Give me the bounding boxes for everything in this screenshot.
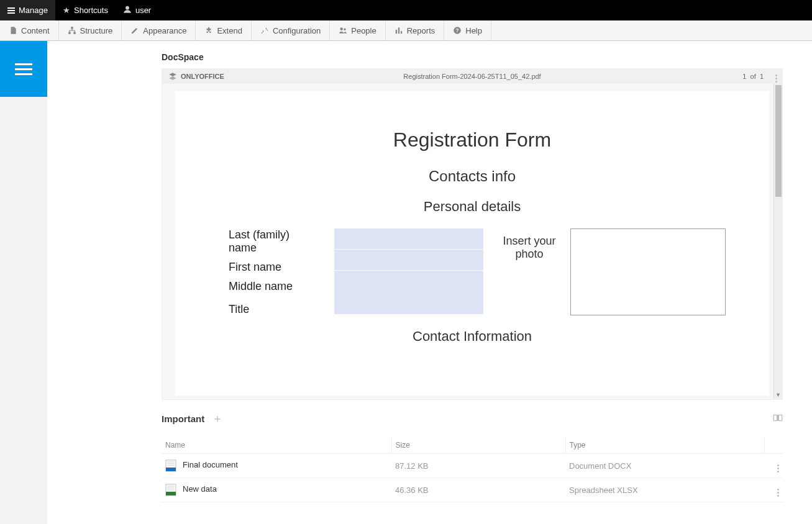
input-middle-name[interactable]	[334, 271, 483, 314]
scrollbar-down-icon[interactable]: ▼	[775, 392, 781, 398]
content-icon	[9, 26, 17, 35]
menu-reports[interactable]: Reports	[386, 20, 445, 40]
file-name: Final document	[183, 460, 238, 469]
viewer-menu-button[interactable]	[775, 70, 777, 83]
admin-topbar: Manage ★ Shortcuts user	[0, 0, 812, 20]
file-size-cell: 87.12 KB	[391, 454, 565, 478]
menu-configuration-label: Configuration	[273, 26, 321, 35]
xlsx-icon	[165, 484, 176, 496]
form-fields-col	[334, 228, 483, 316]
user-label: user	[135, 6, 151, 15]
viewer-brand-label: ONLYOFFICE	[181, 73, 224, 80]
layers-icon	[168, 72, 177, 81]
col-name[interactable]: Name	[162, 437, 391, 454]
form-section-contacts: Contacts info	[219, 168, 726, 185]
svg-rect-1	[71, 27, 73, 29]
svg-rect-3	[73, 32, 76, 34]
svg-rect-8	[401, 31, 402, 34]
input-photo[interactable]	[570, 228, 726, 315]
star-icon: ★	[63, 6, 70, 15]
svg-text:?: ?	[456, 28, 459, 34]
pdf-viewer: ONLYOFFICE Registration Form-2024-06-25T…	[162, 68, 783, 400]
menu-help[interactable]: ? Help	[444, 20, 491, 40]
form-section-contact-info: Contact Information	[219, 328, 726, 345]
viewer-scrollbar[interactable]: ▼	[773, 84, 782, 399]
svg-point-4	[340, 27, 344, 30]
book-icon	[773, 413, 783, 422]
table-row[interactable]: New data46.36 KBSpreadsheet XLSX	[162, 478, 783, 502]
menu-configuration[interactable]: Configuration	[252, 20, 330, 40]
menu-appearance[interactable]: Appearance	[122, 20, 196, 40]
page-current: 1	[742, 73, 746, 80]
label-middle-name: Middle name	[229, 280, 321, 293]
menu-content[interactable]: Content	[0, 20, 59, 40]
sidebar-background	[0, 97, 47, 524]
sidebar-toggle[interactable]	[0, 41, 47, 97]
people-icon	[339, 26, 347, 35]
extend-icon	[204, 26, 213, 35]
menu-reports-label: Reports	[407, 26, 436, 35]
form-section-personal: Personal details	[219, 199, 726, 215]
hamburger-large-icon	[15, 63, 32, 75]
menu-structure-label: Structure	[80, 26, 113, 35]
admin-menu: Content Structure Appearance Extend Conf…	[0, 20, 812, 41]
files-table-header-row: Name Size Type	[162, 437, 783, 454]
file-row-menu[interactable]	[764, 478, 783, 502]
menu-extend-label: Extend	[217, 26, 242, 35]
form-photo-col: Insert your photo	[498, 228, 726, 316]
files-table: Name Size Type Final document87.12 KBDoc…	[162, 437, 783, 502]
file-size-cell: 46.36 KB	[391, 478, 565, 502]
dots-vertical-icon	[777, 489, 779, 497]
svg-rect-17	[166, 492, 176, 495]
structure-icon	[68, 26, 76, 35]
label-last-name: Last (family) name	[229, 228, 321, 255]
help-icon: ?	[453, 26, 462, 35]
menu-structure[interactable]: Structure	[59, 20, 122, 40]
dots-vertical-icon	[777, 464, 779, 472]
scrollbar-thumb[interactable]	[775, 85, 782, 197]
docx-icon	[165, 459, 176, 472]
page-sep: of	[750, 73, 756, 80]
col-size[interactable]: Size	[391, 437, 565, 454]
table-row[interactable]: Final document87.12 KBDocument DOCX	[162, 454, 783, 478]
manage-button[interactable]: Manage	[0, 0, 55, 20]
svg-rect-6	[395, 30, 396, 34]
input-first-name[interactable]	[334, 250, 483, 270]
svg-rect-12	[166, 468, 176, 471]
files-section: Important ＋ Name Size Type Final documen…	[162, 411, 783, 502]
view-toggle-button[interactable]	[773, 413, 783, 424]
form-labels-col: Last (family) name First name Middle nam…	[229, 228, 321, 316]
shortcuts-label: Shortcuts	[74, 6, 108, 15]
label-photo: Insert your photo	[498, 228, 560, 261]
appearance-icon	[130, 26, 139, 35]
dots-vertical-icon	[775, 75, 777, 83]
file-type-cell: Document DOCX	[565, 454, 764, 478]
svg-rect-7	[398, 27, 399, 34]
menu-content-label: Content	[21, 26, 50, 35]
label-title: Title	[229, 303, 321, 316]
file-row-menu[interactable]	[764, 454, 783, 478]
menu-people-label: People	[351, 26, 376, 35]
page-title: DocSpace	[162, 52, 782, 62]
svg-point-5	[344, 29, 346, 31]
menu-people[interactable]: People	[330, 20, 385, 40]
menu-appearance-label: Appearance	[143, 26, 186, 35]
reports-icon	[395, 26, 403, 35]
menu-help-label: Help	[465, 26, 482, 35]
label-first-name: First name	[229, 261, 321, 274]
shortcuts-button[interactable]: ★ Shortcuts	[55, 0, 116, 20]
file-name-cell: Final document	[162, 454, 391, 478]
file-type-cell: Spreadsheet XLSX	[565, 478, 764, 502]
menu-extend[interactable]: Extend	[196, 20, 251, 40]
file-name-cell: New data	[162, 478, 391, 502]
hamburger-icon	[7, 7, 15, 14]
user-menu[interactable]: user	[116, 0, 158, 20]
input-last-name[interactable]	[334, 228, 483, 249]
config-icon	[260, 26, 269, 35]
add-file-button[interactable]: ＋	[212, 411, 223, 426]
manage-label: Manage	[19, 6, 48, 15]
viewer-body: Registration Form Contacts info Personal…	[162, 84, 782, 399]
file-name: New data	[183, 484, 217, 494]
main-content: DocSpace ONLYOFFICE Registration Form-20…	[47, 41, 812, 524]
col-type[interactable]: Type	[565, 437, 764, 454]
